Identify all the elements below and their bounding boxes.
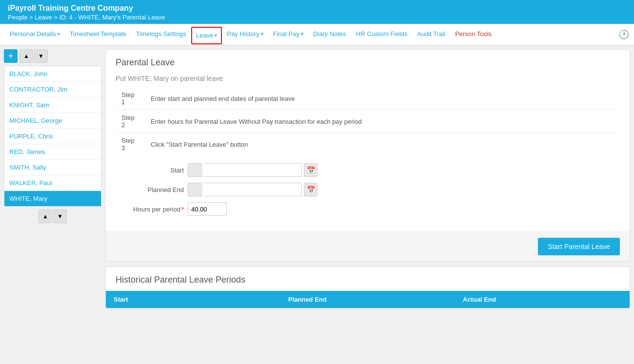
breadcrumb: People > Leave > ID: 4 - WHITE, Mary's P… <box>8 14 626 21</box>
planned-end-label: Planned End <box>125 186 184 193</box>
step-label: Step 3 <box>116 133 145 156</box>
sidebar-top-controls: + ▲ ▼ <box>4 49 101 63</box>
step-description: Click "Start Parental Leave" button <box>145 133 620 156</box>
table-row: Step 3 Click "Start Parental Leave" butt… <box>116 133 620 156</box>
nav-final-pay[interactable]: Final Pay ▾ <box>268 24 308 45</box>
arrow-up-bottom-button[interactable]: ▲ <box>39 210 52 223</box>
nav-diary-notes[interactable]: Diary Notes <box>308 24 351 45</box>
planned-end-date-input[interactable] <box>204 183 302 196</box>
person-list: BLACK, John CONTRACTOR, Jim KNIGHT, Sam … <box>4 66 101 207</box>
nav-audit-trail[interactable]: Audit Trail <box>412 24 450 45</box>
nav-timesheet-template[interactable]: Timesheet Template <box>65 24 131 45</box>
step-description: Enter start and planned end dates of par… <box>145 87 620 110</box>
sidebar-bottom-controls: ▲ ▼ <box>4 210 101 223</box>
hours-label: Hours per period* <box>125 206 184 213</box>
person-item[interactable]: MICHAEL, George <box>4 113 101 129</box>
step-label: Step 1 <box>116 87 145 110</box>
table-row: Step 2 Enter hours for Parental Leave Wi… <box>116 110 620 133</box>
chevron-down-icon: ▾ <box>58 31 60 37</box>
main-content: Parental Leave Put WHITE, Mary on parent… <box>105 49 630 313</box>
nav-leave[interactable]: Leave ▾ <box>191 27 222 44</box>
column-planned-end: Planned End <box>280 291 455 308</box>
planned-end-form-row: Planned End 📅 <box>125 183 610 196</box>
person-item-selected[interactable]: WHITE, Mary <box>4 191 101 206</box>
person-item[interactable]: PURPLE, Chris <box>4 129 101 144</box>
navigation: Personal Details ▾ Timesheet Template Ti… <box>0 24 634 45</box>
historical-card: Historical Parental Leave Periods Start … <box>105 267 630 308</box>
start-calendar-button[interactable]: 📅 <box>304 163 317 177</box>
person-item[interactable]: CONTRACTOR, Jim <box>4 82 101 97</box>
main-layout: + ▲ ▼ BLACK, John CONTRACTOR, Jim KNIGHT… <box>0 45 634 317</box>
start-label: Start <box>125 167 184 174</box>
nav-hr-custom-fields[interactable]: HR Custom Fields <box>351 24 412 45</box>
start-date-input[interactable] <box>204 163 302 177</box>
instruction-heading: Put WHITE, Mary on parental leave <box>116 75 620 82</box>
add-person-button[interactable]: + <box>4 49 18 63</box>
start-prefix <box>188 163 202 177</box>
parental-leave-card: Parental Leave Put WHITE, Mary on parent… <box>105 49 630 262</box>
clock-icon[interactable]: 🕐 <box>618 29 629 40</box>
chevron-down-icon: ▾ <box>261 31 263 37</box>
start-input-group: 📅 <box>188 163 317 177</box>
nav-timelogs-settings[interactable]: Timelogs Settings <box>131 24 191 45</box>
sidebar: + ▲ ▼ BLACK, John CONTRACTOR, Jim KNIGHT… <box>4 49 101 313</box>
company-name: iPayroll Training Centre Company <box>8 4 626 13</box>
person-item[interactable]: KNIGHT, Sam <box>4 97 101 113</box>
arrow-group: ▲ ▼ <box>20 49 48 63</box>
step-label: Step 2 <box>116 110 145 133</box>
card-body: Parental Leave Put WHITE, Mary on parent… <box>106 50 630 231</box>
historical-table-header: Start Planned End Actual End <box>106 291 630 308</box>
calendar-icon: 📅 <box>307 166 315 174</box>
chevron-down-icon: ▾ <box>301 31 303 37</box>
column-start: Start <box>106 291 280 308</box>
table-row: Step 1 Enter start and planned end dates… <box>116 87 620 110</box>
steps-table: Step 1 Enter start and planned end dates… <box>116 87 620 155</box>
planned-end-input-group: 📅 <box>188 183 317 196</box>
person-item[interactable]: SMITH, Sally <box>4 160 101 175</box>
person-item[interactable]: BLACK, John <box>4 66 101 82</box>
chevron-down-icon: ▾ <box>215 33 217 38</box>
column-actual-end: Actual End <box>455 291 630 308</box>
planned-end-prefix <box>188 183 202 196</box>
arrow-up-button[interactable]: ▲ <box>20 49 33 63</box>
form-section: Start 📅 Planned End <box>116 155 620 224</box>
arrow-down-button[interactable]: ▼ <box>34 49 48 63</box>
nav-person-tools[interactable]: Person Tools <box>450 24 496 45</box>
hours-per-period-input[interactable]: 40.00 <box>188 202 227 216</box>
calendar-icon: 📅 <box>307 186 315 193</box>
nav-pay-history[interactable]: Pay History ▾ <box>222 24 268 45</box>
person-item[interactable]: RED, James <box>4 144 101 160</box>
parental-leave-title: Parental Leave <box>116 57 620 68</box>
nav-personal-details[interactable]: Personal Details ▾ <box>5 24 65 45</box>
arrow-down-bottom-button[interactable]: ▼ <box>53 210 67 223</box>
start-parental-leave-button[interactable]: Start Parental Leave <box>538 238 620 255</box>
step-description: Enter hours for Parental Leave Without P… <box>145 110 620 133</box>
card-footer: Start Parental Leave <box>106 231 630 261</box>
hours-form-row: Hours per period* 40.00 <box>125 202 610 216</box>
historical-title: Historical Parental Leave Periods <box>106 267 630 291</box>
header: iPayroll Training Centre Company People … <box>0 0 634 24</box>
start-form-row: Start 📅 <box>125 163 610 177</box>
required-star: * <box>181 206 184 213</box>
person-item[interactable]: WALKER, Paul <box>4 175 101 191</box>
planned-end-calendar-button[interactable]: 📅 <box>304 183 317 196</box>
